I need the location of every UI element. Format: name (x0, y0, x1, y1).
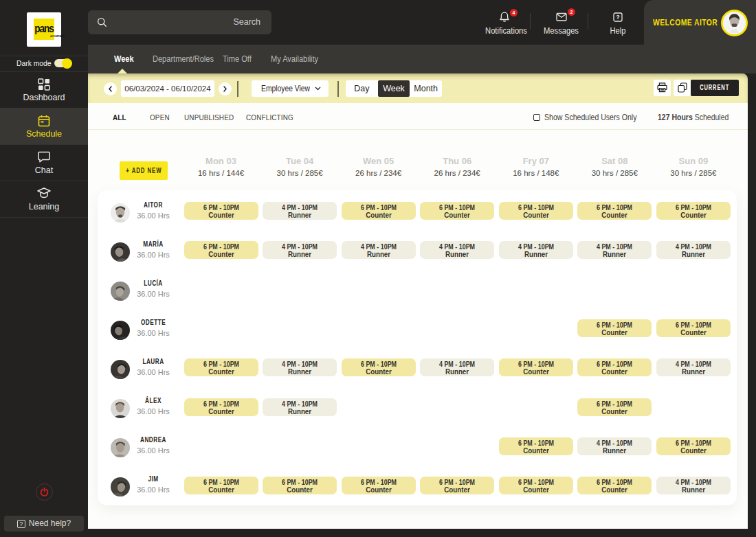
svg-text:?: ? (616, 14, 619, 21)
